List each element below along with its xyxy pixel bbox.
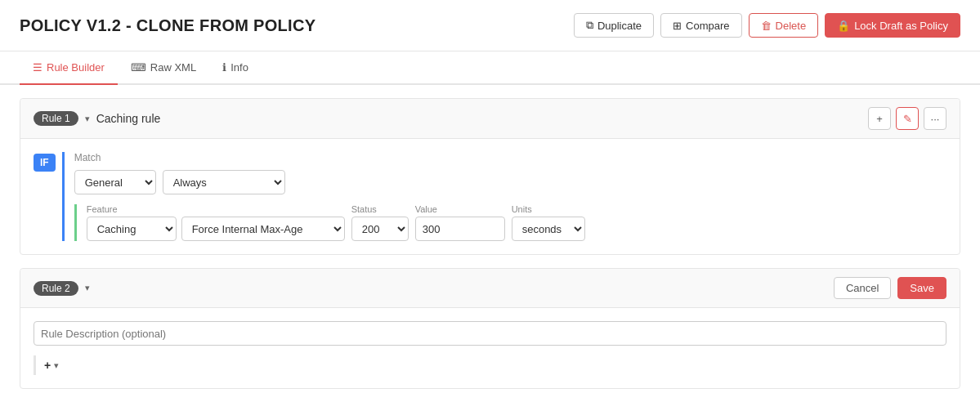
if-block: IF Match General Always Feature xyxy=(34,152,946,241)
trash-icon: 🗑 xyxy=(761,20,772,32)
status-label: Status xyxy=(351,204,409,214)
rule-2-block: Rule 2 ▾ Cancel Save + ▾ xyxy=(20,268,960,389)
rule-1-block: Rule 1 ▾ Caching rule + ✎ ··· IF Match G… xyxy=(20,98,960,255)
compare-icon: ⊞ xyxy=(673,20,682,32)
if-content: Match General Always Feature xyxy=(62,152,946,241)
tab-rule-builder[interactable]: ☰ Rule Builder xyxy=(20,51,118,85)
rule-1-more-button[interactable]: ··· xyxy=(924,107,946,130)
units-select[interactable]: seconds xyxy=(512,217,585,241)
duplicate-icon: ⧉ xyxy=(586,19,593,32)
page-header: POLICY V1.2 - CLONE FROM POLICY ⧉ Duplic… xyxy=(0,0,980,51)
status-field-group: Status 200 xyxy=(351,204,409,241)
info-icon: ℹ xyxy=(222,61,226,74)
rule-description-input[interactable] xyxy=(34,321,946,346)
rule-1-header: Rule 1 ▾ Caching rule + ✎ ··· xyxy=(20,99,960,139)
status-select[interactable]: 200 xyxy=(351,217,409,241)
compare-button[interactable]: ⊞ Compare xyxy=(660,13,741,38)
rule-2-header: Rule 2 ▾ Cancel Save xyxy=(20,269,960,308)
caching-select[interactable]: Caching xyxy=(87,217,177,241)
rule-1-edit-button[interactable]: ✎ xyxy=(896,107,919,130)
if-label: IF xyxy=(34,154,56,172)
duplicate-button[interactable]: ⧉ Duplicate xyxy=(574,13,654,38)
lock-icon: 🔒 xyxy=(837,20,850,32)
rule-1-chevron[interactable]: ▾ xyxy=(85,114,90,124)
rule-2-chevron[interactable]: ▾ xyxy=(85,283,90,293)
match-label: Match xyxy=(74,152,946,163)
header-actions: ⧉ Duplicate ⊞ Compare 🗑 Delete 🔒 Lock Dr… xyxy=(574,13,960,38)
tabs-bar: ☰ Rule Builder ⌨ Raw XML ℹ Info xyxy=(0,51,980,85)
rule-2-body: + ▾ xyxy=(20,308,960,388)
tab-raw-xml[interactable]: ⌨ Raw XML xyxy=(118,51,209,85)
rule-1-name: Caching rule xyxy=(96,112,161,125)
plus-icon: + xyxy=(44,359,51,372)
general-select[interactable]: General xyxy=(74,170,156,194)
rule-1-header-right: + ✎ ··· xyxy=(868,107,946,130)
save-button[interactable]: Save xyxy=(897,277,946,299)
add-condition-row: + ▾ xyxy=(34,355,946,375)
delete-button[interactable]: 🗑 Delete xyxy=(749,13,819,38)
rule-2-actions: Cancel Save xyxy=(834,277,946,299)
always-select[interactable]: Always xyxy=(163,170,285,194)
rule-2-header-left: Rule 2 ▾ xyxy=(34,281,90,296)
feature-name-select[interactable]: Force Internal Max-Age xyxy=(181,217,345,241)
condition-selects-row: General Always xyxy=(74,170,946,194)
page-title: POLICY V1.2 - CLONE FROM POLICY xyxy=(20,16,315,35)
rule-1-badge: Rule 1 xyxy=(34,111,78,126)
feature-label: Feature xyxy=(87,204,345,214)
rule-1-body: IF Match General Always Feature xyxy=(20,139,960,254)
units-field-group: Units seconds xyxy=(512,204,585,241)
units-label: Units xyxy=(512,204,585,214)
value-input[interactable]: 300 xyxy=(415,217,505,241)
feature-field-group: Feature Caching Force Internal Max-Age xyxy=(87,204,345,241)
code-icon: ⌨ xyxy=(131,61,146,74)
tab-info[interactable]: ℹ Info xyxy=(209,51,262,85)
feature-selects: Caching Force Internal Max-Age xyxy=(87,217,345,241)
rule-2-badge: Rule 2 xyxy=(34,281,78,296)
rule-1-add-button[interactable]: + xyxy=(868,107,891,130)
rule-1-header-left: Rule 1 ▾ Caching rule xyxy=(34,111,160,126)
content-area: Rule 1 ▾ Caching rule + ✎ ··· IF Match G… xyxy=(0,85,980,411)
feature-row: Feature Caching Force Internal Max-Age xyxy=(74,204,946,241)
value-label: Value xyxy=(415,204,505,214)
add-condition-button[interactable]: + ▾ xyxy=(34,355,59,375)
lock-draft-button[interactable]: 🔒 Lock Draft as Policy xyxy=(825,13,960,38)
cancel-button[interactable]: Cancel xyxy=(834,277,891,299)
value-field-group: Value 300 xyxy=(415,204,505,241)
caret-icon: ▾ xyxy=(54,360,59,371)
list-icon: ☰ xyxy=(33,61,43,74)
